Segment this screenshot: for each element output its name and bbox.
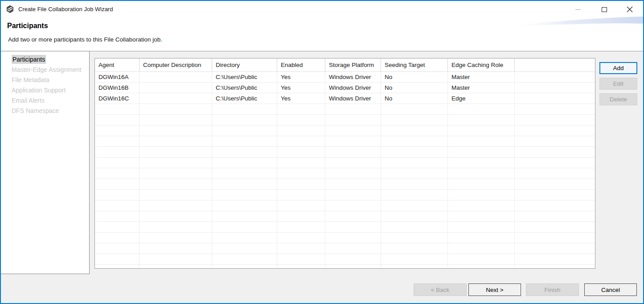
table-cell [325,233,381,243]
sidebar-item-label: File Metadata [12,76,49,83]
table-cell [515,200,595,211]
table-cell [95,243,139,254]
table-cell [212,125,277,136]
table-empty-row [95,200,595,211]
table-empty-row [95,190,595,200]
next-button[interactable]: Next > [468,283,521,296]
sidebar-item-file-metadata[interactable]: File Metadata [1,75,89,85]
table-cell [381,222,448,232]
table-row[interactable]: DGWin16BC:\Users\PublicYesWindows Driver… [95,83,595,93]
table-cell [515,190,595,200]
table-empty-row [95,168,595,179]
table-row[interactable]: DGWin16AC:\Users\PublicYesWindows Driver… [95,72,595,83]
table-cell [515,136,595,146]
table-cell [212,115,277,125]
sidebar-item-dfs-namespace[interactable]: DFS Namespace [1,106,89,116]
table-cell [277,136,325,146]
table-cell [277,104,325,114]
table-cell [515,254,595,264]
table-cell [381,265,448,269]
table-cell [277,115,325,125]
table-cell [381,115,448,125]
table-cell: No [381,93,448,104]
table-cell: C:\Users\Public [212,72,277,82]
table-cell [325,104,381,114]
table-cell [448,265,515,269]
table-cell [381,243,448,254]
close-icon [627,6,633,12]
table-cell [139,158,212,168]
table-empty-row [95,265,595,269]
column-header-seeding-target[interactable]: Seeding Target [381,58,448,71]
table-cell [448,147,515,157]
table-cell [448,222,515,232]
table-cell [95,179,139,189]
table-cell [448,200,515,211]
table-cell [212,211,277,221]
delete-button[interactable]: Delete [599,93,637,105]
sidebar-item-participants[interactable]: Participants [1,54,89,65]
column-header-storage-platform[interactable]: Storage Platform [325,58,381,71]
sidebar-item-email-alerts[interactable]: Email Alerts [1,96,89,106]
back-button[interactable]: < Back [414,283,467,296]
cancel-button[interactable]: Cancel [584,283,637,296]
table-empty-row [95,179,595,190]
table-cell: Windows Driver [325,93,381,104]
sidebar-item-label: Email Alerts [12,97,45,104]
table-cell [277,243,325,254]
table-cell [448,233,515,243]
table-cell [139,136,212,146]
sidebar-item-application-support[interactable]: Application Support [1,85,89,96]
close-button[interactable] [624,4,636,14]
table-body: DGWin16AC:\Users\PublicYesWindows Driver… [95,72,595,269]
table-cell [515,115,595,125]
column-header-agent[interactable]: Agent [95,58,139,71]
edit-button[interactable]: Edit [599,78,637,90]
add-button[interactable]: Add [599,62,637,74]
table-cell [515,125,595,136]
minimize-button[interactable] [572,4,584,14]
table-cell [448,158,515,168]
table-cell [448,115,515,125]
column-header-edge-caching-role[interactable]: Edge Caching Role [448,58,515,71]
table-cell [448,125,515,136]
table-cell [515,83,595,93]
table-header-row: AgentComputer DescriptionDirectoryEnable… [95,58,595,72]
table-cell [277,222,325,232]
table-cell [139,200,212,211]
sidebar-item-master-edge-assignment[interactable]: Master-Edge Assignment [1,65,89,75]
table-cell [277,265,325,269]
table-cell [139,72,212,82]
column-header-blank[interactable] [515,58,595,71]
table-cell [212,158,277,168]
table-cell [212,136,277,146]
table-cell [381,158,448,168]
table-empty-row [95,233,595,243]
column-header-enabled[interactable]: Enabled [277,58,325,71]
table-cell: Master [448,83,515,93]
table-empty-row [95,115,595,125]
table-cell: Yes [277,83,325,93]
column-header-computer-description[interactable]: Computer Description [139,58,212,71]
table-cell [381,233,448,243]
table-cell [95,158,139,168]
table-cell [95,115,139,125]
table-cell [381,104,448,114]
sidebar-item-label: Master-Edge Assignment [12,66,81,73]
table-cell [277,158,325,168]
table-cell [381,179,448,189]
table-cell [325,200,381,211]
table-empty-row [95,104,595,115]
table-row[interactable]: DGWin16CC:\Users\PublicYesWindows Driver… [95,93,595,104]
column-header-directory[interactable]: Directory [212,58,277,71]
table-cell [515,211,595,221]
table-cell [139,104,212,114]
table-empty-row [95,211,595,222]
table-cell [448,104,515,114]
table-cell [277,200,325,211]
table-cell [381,136,448,146]
finish-button[interactable]: Finish [526,283,579,296]
table-cell: Windows Driver [325,72,381,82]
maximize-button[interactable] [599,4,610,14]
table-cell [95,222,139,232]
